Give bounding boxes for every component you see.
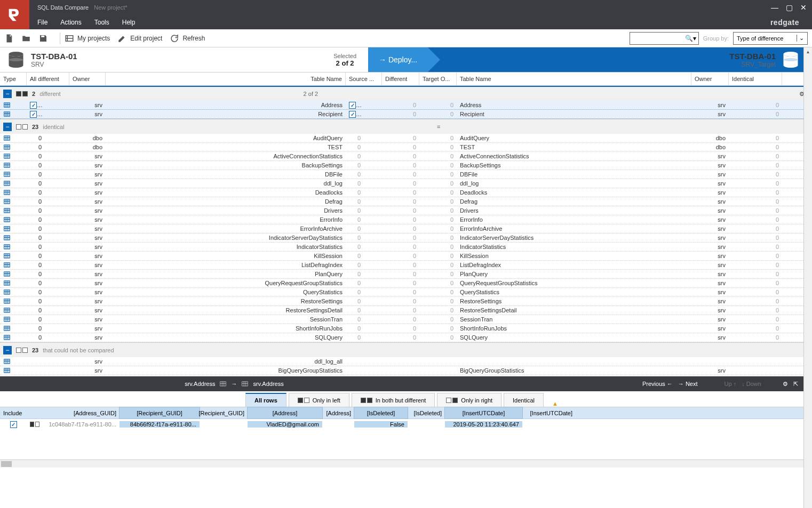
table-row[interactable]: 0 srv RestoreSettingsDetail 0 0 0 Restor… [0,306,812,315]
group-checkbox-pair[interactable] [16,348,28,353]
group-checkbox-pair[interactable] [16,124,28,130]
new-file-button[interactable] [4,34,14,43]
menu-help[interactable]: Help [122,19,136,26]
groupby-label: Group by: [703,35,729,42]
arrow-right-icon: → [231,381,237,387]
svg-point-2 [9,52,23,57]
table-row[interactable]: 0 srv ErrorInfoArchive 0 0 0 ErrorInfoAr… [0,224,812,233]
menu-bar: File Actions Tools Help redgate [0,15,812,29]
col-different[interactable]: Different [382,72,419,85]
minimize-icon[interactable]: — [771,3,778,12]
row-checkbox[interactable] [30,111,37,118]
brand-label: redgate [770,18,799,27]
down-button[interactable]: ↓ Down [742,381,761,387]
table-row[interactable]: 0 srv ListDefragIndex 0 0 0 ListDefragIn… [0,261,812,270]
table-row[interactable]: 0 dbo TEST 0 0 0 TEST dbo 0 [0,143,812,152]
col-type[interactable]: Type [0,72,27,85]
tab-identical[interactable]: Identical [504,393,544,407]
tab-only-left[interactable]: Only in left [289,393,349,407]
tab-all-rows[interactable]: All rows [245,393,286,407]
table-row[interactable]: 0 srv QueryStatistics 0 0 0 QueryStatist… [0,288,812,297]
save-button[interactable] [38,34,48,43]
table-row[interactable]: 0 srv ErrorInfo 0 0 0 ErrorInfo srv 0 [0,215,812,224]
group-notcompared[interactable]: − 23 that could not be compared [0,342,812,357]
toolbar: My projects Edit project Refresh 🔍▾ Grou… [0,29,812,47]
compare-bar: srv.Address → srv.Address Previous ← → N… [0,376,812,391]
row-checkbox[interactable] [30,102,37,109]
prev-button[interactable]: Previous ← [642,381,673,387]
maximize-icon[interactable]: ▢ [786,3,793,12]
warning-icon[interactable]: ▲ [552,400,558,407]
table-row[interactable]: 0 srv PlanQuery 0 0 0 PlanQuery srv 0 [0,270,812,279]
table-row[interactable]: 0 srv KillSession 0 0 0 KillSession srv … [0,252,812,261]
edit-project-button[interactable]: Edit project [117,34,162,43]
group-checkbox-pair[interactable] [16,91,28,96]
tab-both-different[interactable]: In both but different [352,393,435,407]
next-button[interactable]: → Next [678,381,698,387]
group-different[interactable]: − 2 different 2 of 2 ⚙ [0,86,812,101]
popout-icon[interactable]: ⇱ [793,381,798,388]
table-row[interactable]: 0 srv SQLQuery 0 0 0 SQLQuery srv 0 [0,333,812,342]
refresh-button[interactable]: Refresh [170,34,205,43]
table-row[interactable]: 0 srv Defrag 0 0 0 Defrag srv 0 [0,197,812,206]
table-row[interactable]: 0 srv DBFile 0 0 0 DBFile srv 0 [0,170,812,179]
source-schema: SRV [31,61,77,68]
comparison-grid[interactable]: − 2 different 2 of 2 ⚙ 1 srv Address 1 0… [0,86,812,376]
col-owner[interactable]: Owner [69,72,106,85]
table-row[interactable]: 0 srv SessionTran 0 0 0 SessionTran srv … [0,315,812,324]
table-row[interactable]: 0 srv QueryRequestGroupStatistics 0 0 0 … [0,279,812,288]
col-alldifferent[interactable]: All different [27,72,69,85]
collapse-button[interactable]: − [3,346,12,354]
database-header: TST-DBA-01SRV Selected2 of 2 → Deploy...… [0,47,812,72]
detail-columns: Include [Address_GUID] [Recipient_GUID] … [0,407,812,419]
table-row[interactable]: 0 srv IndicatorServerDayStatistics 0 0 0… [0,233,812,243]
col-tablename2[interactable]: Table Name [457,72,691,85]
database-icon [6,50,26,69]
table-row[interactable]: srv BigQueryGroupStatistics BigQueryGrou… [0,366,812,375]
horizontal-scrollbar[interactable] [0,459,812,467]
col-identical[interactable]: Identical [729,72,782,85]
include-checkbox[interactable] [10,421,17,428]
group-identical[interactable]: − 23 identical = [0,119,812,134]
deploy-button[interactable]: → Deploy... [368,47,428,72]
search-input[interactable]: 🔍▾ [630,32,699,45]
table-row[interactable]: 0 srv IndicatorStatistics 0 0 0 Indicato… [0,243,812,252]
table-row[interactable]: 1 srv Recipient 1 0 0 Recipient srv 0 [0,110,812,119]
up-button[interactable]: Up ↑ [725,381,737,387]
my-projects-button[interactable]: My projects [65,34,110,43]
vertical-scrollbar[interactable]: ▲ [803,47,812,508]
menu-tools[interactable]: Tools [94,19,109,26]
table-row[interactable]: srv ddl_log_all [0,357,812,366]
collapse-button[interactable]: − [3,123,12,131]
open-button[interactable] [21,34,31,43]
groupby-select[interactable]: Type of difference⌄ [733,32,808,45]
title-bar: SQL Data Compare New project* — ▢ ✕ [0,0,812,15]
table-row[interactable]: 0 srv ddl_log 0 0 0 ddl_log srv 0 [0,179,812,188]
compare-left: srv.Address [185,381,215,387]
table-row[interactable]: 0 srv Drivers 0 0 0 Drivers srv 0 [0,206,812,215]
row-checkbox[interactable] [349,102,356,109]
table-row[interactable]: 0 srv ActiveConnectionStatistics 0 0 0 A… [0,152,812,161]
gear-icon[interactable]: ⚙ [783,381,788,388]
table-row[interactable]: 0 srv RestoreSettings 0 0 0 RestoreSetti… [0,297,812,306]
table-row[interactable]: 0 srv ShortInfoRunJobs 0 0 0 ShortInfoRu… [0,324,812,333]
col-tablename[interactable]: Table Name [106,72,346,85]
target-schema: SRV_Target [729,61,776,68]
table-row[interactable]: 0 srv BackupSettings 0 0 0 BackupSetting… [0,161,812,170]
detail-data-row[interactable]: 1c048ab7-f17a-e911-80... 84b66f92-f17a-e… [0,419,812,430]
row-checkbox[interactable] [349,111,356,118]
collapse-button[interactable]: − [3,90,12,98]
table-row[interactable]: 0 dbo AuditQuery 0 0 0 AuditQuery dbo 0 [0,134,812,143]
column-headers: Type All different Owner Table Name Sour… [0,72,812,86]
menu-actions[interactable]: Actions [60,19,81,26]
table-row[interactable]: 0 srv Deadlocks 0 0 0 Deadlocks srv 0 [0,188,812,197]
col-targetonly[interactable]: Target O... [419,72,457,85]
tab-only-right[interactable]: Only in right [437,393,501,407]
svg-point-3 [9,58,23,61]
col-sourceonly[interactable]: Source ... [346,72,382,85]
close-icon[interactable]: ✕ [800,3,807,12]
menu-file[interactable]: File [37,19,47,26]
col-owner2[interactable]: Owner [691,72,729,85]
table-row[interactable]: 1 srv Address 1 0 0 Address srv 0 [0,101,812,110]
target-db-name: TST-DBA-01 [729,52,776,61]
